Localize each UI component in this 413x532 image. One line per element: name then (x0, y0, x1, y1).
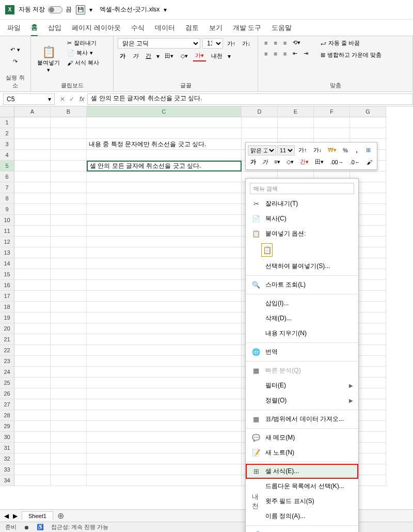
row-header-8[interactable]: 8 (0, 193, 14, 204)
row-header-34[interactable]: 34 (0, 475, 14, 486)
cell-A20[interactable] (14, 323, 51, 334)
cell-G2[interactable] (350, 128, 386, 139)
ctx-link[interactable]: 🔗링크(I)▶ (246, 527, 358, 532)
cell-A31[interactable] (14, 443, 51, 453)
cell-E2[interactable] (278, 128, 314, 139)
cell-B34[interactable] (51, 475, 87, 486)
cell-A22[interactable] (14, 345, 51, 356)
cell-C11[interactable] (87, 226, 242, 237)
cell-B30[interactable] (51, 432, 87, 443)
cell-B25[interactable] (51, 378, 87, 388)
cell-B23[interactable] (51, 356, 87, 367)
row-header-30[interactable]: 30 (0, 432, 14, 443)
row-header-22[interactable]: 22 (0, 345, 14, 356)
cell-C16[interactable] (87, 280, 242, 291)
cell-A34[interactable] (14, 475, 51, 486)
undo-button[interactable]: ↶ ▾ (8, 45, 22, 54)
add-sheet-button[interactable]: ⊕ (57, 511, 64, 521)
font-color-button[interactable]: 가▾ (193, 51, 206, 61)
row-header-25[interactable]: 25 (0, 378, 14, 388)
mini-bold[interactable]: 가 (248, 157, 259, 167)
cell-B31[interactable] (51, 443, 87, 453)
tab-insert[interactable]: 삽입 (48, 20, 61, 36)
cell-C34[interactable] (87, 475, 242, 486)
cell-A11[interactable] (14, 226, 51, 237)
paste-option-normal[interactable]: 📋 (261, 243, 273, 257)
cell-A19[interactable] (14, 312, 51, 323)
row-header-9[interactable]: 9 (0, 204, 14, 215)
cell-A24[interactable] (14, 367, 51, 378)
cell-A21[interactable] (14, 334, 51, 345)
cell-A30[interactable] (14, 432, 51, 443)
cell-C8[interactable] (87, 193, 242, 204)
mini-increase-font[interactable]: 가↑ (296, 145, 310, 155)
paste-button[interactable]: 📋 붙여넣기 ▾ (35, 38, 62, 81)
cell-B17[interactable] (51, 291, 87, 302)
cell-A23[interactable] (14, 356, 51, 367)
tab-file[interactable]: 파일 (7, 20, 21, 36)
cell-A33[interactable] (14, 464, 51, 475)
row-header-3[interactable]: 3 (0, 139, 14, 150)
ctx-new-memo[interactable]: 💬새 메모(M) (246, 430, 358, 445)
cell-C5[interactable]: 셀 안의 모든 글자에 취소선을 긋고 싶다. (87, 161, 242, 171)
format-painter-button[interactable]: 🖌 서식 복사 (65, 58, 101, 68)
sheet-tab-1[interactable]: Sheet1 (22, 511, 53, 520)
cell-C4[interactable] (87, 150, 242, 161)
mini-font-color[interactable]: 간▾ (297, 157, 311, 167)
ctx-insert[interactable]: 삽입(I)... (259, 296, 358, 311)
increase-font-button[interactable]: 가↑ (225, 39, 238, 49)
cell-A29[interactable] (14, 421, 51, 432)
cell-G1[interactable] (350, 117, 386, 128)
context-search[interactable]: 메뉴 검색 (250, 183, 354, 194)
cell-A27[interactable] (14, 399, 51, 410)
redo-button[interactable]: ↷ (11, 57, 20, 66)
tab-developer[interactable]: 개발 도구 (233, 20, 262, 36)
row-header-14[interactable]: 14 (0, 258, 14, 269)
row-header-10[interactable]: 10 (0, 215, 14, 226)
row-header-23[interactable]: 23 (0, 356, 14, 367)
row-header-16[interactable]: 16 (0, 280, 14, 291)
col-header-F[interactable]: F (314, 106, 350, 117)
cell-C24[interactable] (87, 367, 242, 378)
wrap-text-button[interactable]: ⮐ 자동 줄 바꿈 (319, 38, 384, 48)
cell-B32[interactable] (51, 453, 87, 464)
row-header-19[interactable]: 19 (0, 312, 14, 323)
ctx-define-name[interactable]: 이름 정의(A)... (259, 509, 358, 524)
cell-A4[interactable] (14, 150, 51, 161)
italic-button[interactable]: 가 (131, 51, 140, 61)
col-header-A[interactable]: A (14, 106, 51, 117)
row-header-28[interactable]: 28 (0, 410, 14, 421)
cell-B13[interactable] (51, 247, 87, 258)
fx-icon[interactable]: fx (76, 96, 87, 103)
row-header-11[interactable]: 11 (0, 226, 14, 237)
decrease-font-button[interactable]: 가↓ (240, 39, 253, 49)
ctx-sort[interactable]: 정렬(O)▶ (259, 393, 358, 408)
ctx-smart-lookup[interactable]: 🔍스마트 조회(L) (246, 277, 358, 292)
row-header-1[interactable]: 1 (0, 117, 14, 128)
cell-D1[interactable] (242, 117, 278, 128)
col-header-B[interactable]: B (51, 106, 87, 117)
cell-B18[interactable] (51, 302, 87, 312)
cell-A17[interactable] (14, 291, 51, 302)
border-button[interactable]: 田▾ (163, 51, 176, 61)
mini-decrease-font[interactable]: 가↓ (311, 145, 325, 155)
merge-center-button[interactable]: ⊞ 병합하고 가운데 맞춤 (319, 50, 384, 60)
cell-B20[interactable] (51, 323, 87, 334)
cell-A5[interactable] (14, 161, 51, 171)
cell-B21[interactable] (51, 334, 87, 345)
align-middle-button[interactable]: ≡ (272, 38, 279, 47)
cell-B15[interactable] (51, 269, 87, 280)
ctx-translate[interactable]: 🌐번역 (246, 345, 358, 359)
cell-B11[interactable] (51, 226, 87, 237)
formula-input[interactable]: 셀 안의 모든 글자에 취소선을 긋고 싶다. (87, 93, 413, 105)
row-header-21[interactable]: 21 (0, 334, 14, 345)
tab-data[interactable]: 데이터 (155, 20, 175, 36)
cell-C26[interactable] (87, 388, 242, 399)
mini-merge[interactable]: ⊞ (363, 145, 373, 155)
cell-A7[interactable] (14, 182, 51, 193)
row-header-31[interactable]: 31 (0, 443, 14, 453)
cut-button[interactable]: ✂ 잘라내기 (65, 38, 101, 48)
tab-home[interactable]: 홈 (31, 20, 38, 36)
cell-B10[interactable] (51, 215, 87, 226)
cell-E1[interactable] (278, 117, 314, 128)
